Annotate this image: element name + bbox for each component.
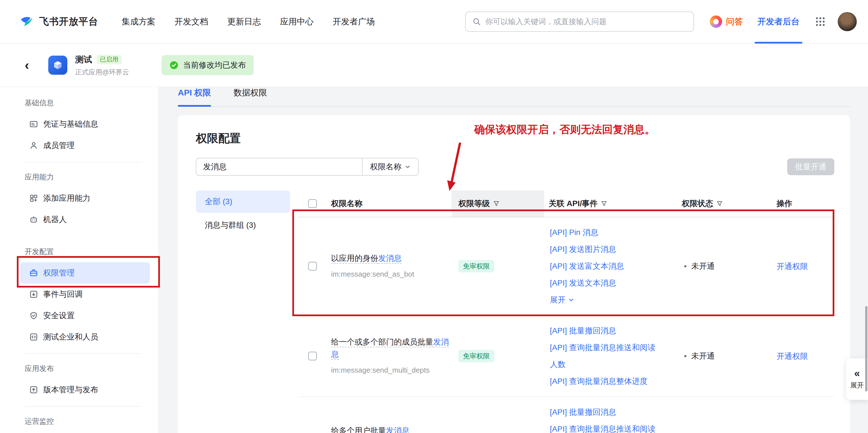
api-link[interactable]: [API] 发送富文本消息 — [550, 258, 657, 275]
permission-level-cell: 免审权限 — [452, 350, 544, 363]
col-related-api: 关联 API/事件 — [544, 191, 677, 217]
table-area: 全部 (3) 消息与群组 (3) 权限名称 权限等级 — [196, 191, 834, 433]
permission-name[interactable]: 给多个用户批量发消息 — [331, 426, 410, 433]
avatar[interactable] — [838, 12, 857, 31]
app-title-block: 测试 已启用 正式应用@环界云 — [75, 54, 129, 77]
sidebar-section-basic-info: 基础信息 — [20, 97, 150, 108]
select-all-checkbox[interactable] — [308, 199, 317, 208]
nav-item-dev-plaza[interactable]: 开发者广场 — [333, 16, 375, 28]
level-tag: 免审权限 — [458, 350, 494, 363]
sidebar-section-monitoring: 运营监控 — [20, 415, 150, 427]
sidebar-item-events[interactable]: 事件与回调 — [20, 284, 150, 305]
publish-status-pill: 当前修改均已发布 — [162, 55, 254, 75]
sidebar: 基础信息 凭证与基础信息 成员管理 应用能力 添加应用能力 机器人 开发配置 — [0, 87, 159, 433]
permission-search-input[interactable] — [196, 158, 362, 175]
api-link[interactable]: [API] 查询批量消息推送和阅读 — [550, 421, 657, 433]
sidebar-item-test-company[interactable]: 测试企业和人员 — [20, 326, 150, 348]
navbar-search[interactable] — [465, 11, 694, 32]
permission-name-cell: 给多个用户批量发消息 — [327, 425, 452, 433]
sidebar-item-bot[interactable]: 机器人 — [20, 209, 150, 230]
tab-api-permissions[interactable]: API 权限 — [178, 87, 211, 106]
chevron-down-icon — [568, 297, 574, 303]
status-dot-icon: • — [684, 262, 687, 270]
nav-item-app-center[interactable]: 应用中心 — [280, 16, 314, 28]
app-icon — [48, 56, 67, 75]
enable-permission-link[interactable]: 开通权限 — [753, 352, 808, 360]
level-tag: 免审权限 — [458, 260, 494, 273]
tab-data-permissions[interactable]: 数据权限 — [234, 87, 267, 106]
feishu-logo-icon — [19, 14, 34, 29]
sidebar-item-security[interactable]: 安全设置 — [20, 305, 150, 326]
sidebar-item-add-capability[interactable]: 添加应用能力 — [20, 187, 150, 209]
person-icon — [29, 141, 38, 150]
page-title: 权限配置 — [196, 131, 834, 145]
app-status-badge: 已启用 — [96, 55, 122, 64]
api-link[interactable]: [API] 批量撤回消息 — [550, 404, 657, 421]
nav-item-docs[interactable]: 开发文档 — [175, 16, 208, 28]
main-content: API 权限 数据权限 权限配置 权限名称 批量开通 全部 (3) 消息与群组 … — [159, 87, 868, 433]
search-type-select[interactable]: 权限名称 — [362, 158, 418, 175]
nav-item-integration[interactable]: 集成方案 — [122, 16, 155, 28]
col-permission-level: 权限等级 — [452, 191, 544, 217]
id-card-icon — [29, 120, 38, 128]
table-row: 给多个用户批量发消息 [API] 批量撤回消息 [API] 查询批量消息推送和阅… — [299, 397, 834, 433]
row-checkbox[interactable] — [308, 352, 317, 360]
filter-icon[interactable] — [716, 201, 723, 207]
developer-console-link[interactable]: 开发者后台 — [757, 0, 800, 44]
api-link[interactable]: [API] 查询批量消息整体进度 — [550, 373, 657, 390]
table-header: 权限名称 权限等级 关联 API/事件 权限状态 — [299, 191, 834, 217]
api-link[interactable]: [API] Pin 消息 — [550, 224, 657, 241]
navbar-search-input[interactable] — [485, 18, 687, 26]
row-checkbox[interactable] — [308, 262, 317, 271]
permission-config-card: 权限配置 权限名称 批量开通 全部 (3) 消息与群组 (3) — [178, 115, 850, 433]
apps-grid-icon[interactable] — [815, 17, 825, 27]
enable-permission-link[interactable]: 开通权限 — [753, 262, 808, 271]
api-link[interactable]: [API] 查询批量消息推送和阅读人数 — [550, 339, 657, 373]
sidebar-item-members[interactable]: 成员管理 — [20, 135, 150, 156]
sidebar-item-credentials[interactable]: 凭证与基础信息 — [20, 113, 150, 135]
permission-name-cell: 以应用的身份发消息 im:message:send_as_bot — [327, 252, 452, 280]
api-link[interactable]: [API] 发送文本消息 — [550, 275, 657, 291]
sidebar-section-capabilities: 应用能力 — [20, 171, 150, 182]
filter-icon[interactable] — [601, 201, 607, 207]
permission-name[interactable]: 以应用的身份发消息 — [331, 254, 402, 263]
expand-apis-link[interactable]: 展开 — [550, 291, 574, 308]
app-subtitle: 正式应用@环界云 — [75, 68, 129, 77]
status-text: 未开通 — [691, 261, 715, 271]
permission-name-cell: 给一个或多个部门的成员批量发消息 im:message:send_multi_d… — [327, 336, 452, 376]
related-apis-cell: [API] Pin 消息 [API] 发送图片消息 [API] 发送富文本消息 … — [544, 217, 677, 315]
filter-item-all[interactable]: 全部 (3) — [196, 191, 290, 213]
col-permission-status: 权限状态 — [677, 191, 753, 217]
api-link[interactable]: [API] 发送图片消息 — [550, 241, 657, 258]
sidebar-divider — [25, 406, 142, 407]
permission-name[interactable]: 给一个或多个部门的成员批量发消息 — [331, 338, 449, 358]
sidebar-section-release: 应用发布 — [20, 363, 150, 374]
app-name: 测试 — [75, 54, 92, 65]
qa-label: 问答 — [726, 16, 743, 28]
batch-enable-button[interactable]: 批量开通 — [787, 158, 834, 175]
check-circle-icon — [169, 61, 179, 70]
filter-icon[interactable] — [493, 201, 499, 207]
sidebar-divider — [25, 162, 142, 162]
sidebar-item-permissions[interactable]: 权限管理 — [20, 262, 150, 284]
qa-link[interactable]: 问答 — [710, 16, 743, 28]
permission-tabs: API 权限 数据权限 — [178, 87, 850, 107]
permission-code: im:message:send_multi_depts — [331, 364, 452, 376]
upload-box-icon — [29, 385, 38, 394]
search-icon — [472, 18, 481, 26]
permission-search-group: 权限名称 — [196, 158, 418, 176]
sidebar-item-version-release[interactable]: 版本管理与发布 — [20, 379, 150, 400]
nav-item-changelog[interactable]: 更新日志 — [227, 16, 261, 28]
permissions-table: 权限名称 权限等级 关联 API/事件 权限状态 — [299, 191, 834, 433]
related-apis-cell: [API] 批量撤回消息 [API] 查询批量消息推送和阅读人数 [API] 查… — [544, 316, 677, 397]
filter-item-message-group[interactable]: 消息与群组 (3) — [196, 214, 290, 236]
permission-level-cell: 免审权限 — [452, 260, 544, 273]
vertical-scrollbar-thumb[interactable] — [865, 306, 867, 392]
back-button[interactable]: ‹ — [25, 58, 36, 72]
feishu-open-platform-page: 飞书开放平台 集成方案 开发文档 更新日志 应用中心 开发者广场 问答 开发者后… — [0, 0, 868, 433]
expand-panel-button[interactable]: « 展开 — [846, 358, 868, 400]
brand-home-link[interactable]: 飞书开放平台 — [19, 14, 98, 29]
api-link[interactable]: [API] 批量撤回消息 — [550, 322, 657, 339]
permission-status-cell: • 未开通 — [677, 261, 753, 271]
top-navbar: 飞书开放平台 集成方案 开发文档 更新日志 应用中心 开发者广场 问答 开发者后… — [0, 0, 868, 44]
